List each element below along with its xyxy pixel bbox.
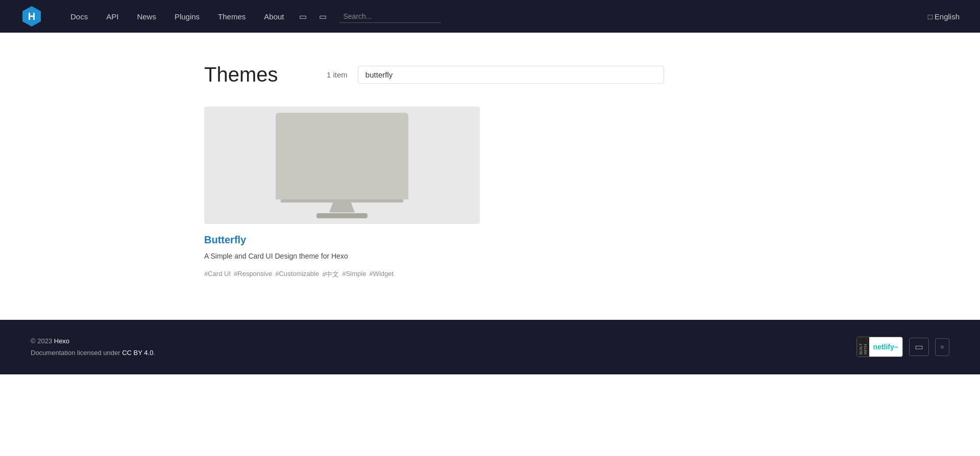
netlify-logo-area: netlify– xyxy=(869,337,902,357)
nav-news[interactable]: News xyxy=(130,8,163,25)
toggle-icon: ▭ xyxy=(299,12,307,21)
svg-text:H: H xyxy=(28,11,35,22)
device-icon-1: ▭ xyxy=(915,342,923,352)
themes-grid: JerryC Butterfly A Simple and Card UI De… xyxy=(204,107,776,279)
icon-btn-1[interactable]: ▭ xyxy=(295,8,311,26)
built-with-text: BUILT WITH xyxy=(857,337,869,357)
nav-about[interactable]: About xyxy=(257,8,291,25)
navbar-right: □ English xyxy=(928,12,960,21)
tag-customizable[interactable]: #Customizable xyxy=(275,270,319,279)
tag-chinese[interactable]: #中文 xyxy=(322,270,339,279)
language-button[interactable]: □ English xyxy=(928,12,960,21)
brand-logo[interactable]: H xyxy=(20,5,43,28)
footer-brand-link[interactable]: Hexo xyxy=(54,337,69,345)
icon-btn-2[interactable]: ▭ xyxy=(315,8,331,26)
footer-left: © 2023 Hexo Documentation licensed under… xyxy=(31,335,155,359)
netlify-logo-text: netlify– xyxy=(873,343,898,351)
footer-right: BUILT WITH netlify– ▭ ▫ xyxy=(856,337,949,357)
theme-description: A Simple and Card UI Design theme for He… xyxy=(204,251,480,262)
menu-icon: ▭ xyxy=(319,12,327,21)
hexo-logo-icon: H xyxy=(20,5,43,28)
navbar-nav: Docs API News Plugins Themes About ▭ ▭ xyxy=(63,8,928,26)
language-label: English xyxy=(935,12,960,21)
page-title: Themes xyxy=(204,63,306,86)
footer-icon-btn-1[interactable]: ▭ xyxy=(909,338,929,356)
device-icon-2: ▫ xyxy=(941,342,944,352)
theme-tags: #Card UI #Responsive #Customizable #中文 #… xyxy=(204,270,480,279)
theme-name[interactable]: Butterfly xyxy=(204,234,480,246)
nav-themes[interactable]: Themes xyxy=(211,8,253,25)
tag-simple[interactable]: #Simple xyxy=(342,270,366,279)
search-input[interactable] xyxy=(339,10,441,23)
theme-card-butterfly[interactable]: JerryC Butterfly A Simple and Card UI De… xyxy=(204,107,480,279)
footer-icon-btn-2[interactable]: ▫ xyxy=(935,338,949,356)
nav-api[interactable]: API xyxy=(99,8,126,25)
footer-copyright: © 2023 Hexo xyxy=(31,335,155,347)
globe-icon: □ xyxy=(928,12,933,21)
item-count: 1 item xyxy=(327,70,348,79)
footer: © 2023 Hexo Documentation licensed under… xyxy=(0,320,980,374)
tag-widget[interactable]: #Widget xyxy=(369,270,394,279)
theme-preview: JerryC xyxy=(204,107,480,224)
filter-area: 1 item xyxy=(327,66,776,84)
tag-responsive[interactable]: #Responsive xyxy=(234,270,272,279)
footer-license-link[interactable]: CC BY 4.0 xyxy=(122,349,153,357)
nav-plugins[interactable]: Plugins xyxy=(167,8,207,25)
themes-header: Themes 1 item xyxy=(204,63,776,86)
footer-license: Documentation licensed under CC BY 4.0. xyxy=(31,347,155,359)
search-wrapper xyxy=(339,10,441,23)
navbar: H Docs API News Plugins Themes About ▭ ▭… xyxy=(0,0,980,33)
netlify-badge[interactable]: BUILT WITH netlify– xyxy=(856,337,903,357)
theme-search-input[interactable] xyxy=(358,66,664,84)
tag-card-ui[interactable]: #Card UI xyxy=(204,270,231,279)
nav-docs[interactable]: Docs xyxy=(63,8,95,25)
main-content: Themes 1 item xyxy=(184,33,796,320)
